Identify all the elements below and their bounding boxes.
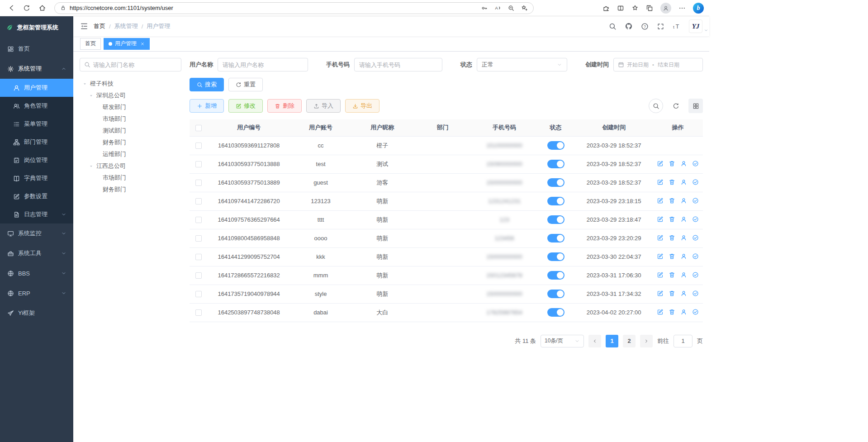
delete-icon[interactable] [669, 271, 675, 278]
reset-password-icon[interactable] [680, 216, 687, 223]
date-range-picker[interactable]: 开始日期 - 结束日期 [613, 58, 703, 71]
row-checkbox[interactable] [195, 161, 202, 167]
delete-icon[interactable] [669, 179, 675, 185]
assign-role-icon[interactable] [692, 309, 699, 315]
tree-expand-icon[interactable] [82, 81, 88, 86]
assign-role-icon[interactable] [692, 234, 699, 241]
row-checkbox[interactable] [195, 254, 202, 260]
edit-icon[interactable] [657, 253, 664, 260]
profile-avatar[interactable] [660, 3, 671, 14]
reset-password-icon[interactable] [680, 179, 687, 185]
reset-password-icon[interactable] [680, 253, 687, 260]
delete-icon[interactable] [669, 290, 675, 297]
sidebar-item-system-management[interactable]: 系统管理 [0, 59, 73, 79]
sidebar-item-log-management[interactable]: 日志管理 [0, 205, 73, 223]
github-icon[interactable] [625, 22, 633, 30]
reset-password-icon[interactable] [680, 160, 687, 167]
delete-icon[interactable] [669, 197, 675, 204]
page-number-1[interactable]: 1 [606, 335, 618, 347]
extensions-icon[interactable] [602, 5, 610, 12]
sidebar-item-home[interactable]: 首页 [0, 39, 73, 59]
status-toggle[interactable] [547, 197, 564, 205]
delete-button[interactable]: 删除 [267, 99, 302, 113]
refresh-button[interactable] [20, 1, 33, 15]
sidebar-item-bbs[interactable]: BBS [0, 263, 73, 283]
assign-role-icon[interactable] [692, 197, 699, 204]
reset-password-icon[interactable] [680, 309, 687, 315]
favorites-icon[interactable] [631, 5, 639, 12]
search-icon[interactable] [609, 23, 617, 30]
tab-home[interactable]: 首页 [80, 38, 101, 50]
back-button[interactable] [5, 1, 18, 15]
user-avatar[interactable]: YJ [689, 19, 702, 33]
prev-page-button[interactable] [588, 335, 601, 347]
edit-icon[interactable] [657, 197, 664, 204]
breadcrumb-item[interactable]: 系统管理 [114, 22, 138, 30]
split-screen-icon[interactable] [617, 5, 624, 12]
tree-node[interactable]: 江西总公司 [80, 160, 181, 172]
edit-icon[interactable] [657, 309, 664, 315]
tab-user-management[interactable]: 用户管理 [104, 38, 150, 50]
edit-icon[interactable] [657, 234, 664, 241]
tree-node[interactable]: 财务部门 [80, 184, 181, 195]
favorite-star-icon[interactable] [521, 5, 528, 11]
home-button[interactable] [35, 1, 49, 15]
sidebar-item-user-management[interactable]: 用户管理 [0, 79, 73, 97]
password-key-icon[interactable] [481, 5, 488, 11]
assign-role-icon[interactable] [692, 290, 699, 297]
search-button[interactable]: 搜索 [190, 78, 224, 91]
tree-node[interactable]: 市场部门 [80, 113, 181, 125]
row-checkbox[interactable] [195, 272, 202, 279]
tree-expand-icon[interactable] [89, 93, 94, 98]
delete-icon[interactable] [669, 234, 675, 241]
tree-node[interactable]: 测试部门 [80, 125, 181, 137]
bing-icon[interactable]: b [693, 3, 704, 14]
edit-icon[interactable] [657, 160, 664, 167]
sidebar-item-dept-management[interactable]: 部门管理 [0, 133, 73, 151]
tree-node[interactable]: 市场部门 [80, 172, 181, 184]
url-text[interactable]: https://ccnetcore.com:1101/system/user [70, 5, 173, 11]
zoom-out-icon[interactable] [508, 5, 514, 11]
status-toggle[interactable] [547, 271, 564, 280]
sidebar-item-menu-management[interactable]: 菜单管理 [0, 115, 73, 133]
row-checkbox[interactable] [195, 198, 202, 204]
fullscreen-icon[interactable] [657, 23, 664, 30]
assign-role-icon[interactable] [692, 160, 699, 167]
status-toggle[interactable] [547, 234, 564, 242]
row-checkbox[interactable] [195, 217, 202, 223]
row-checkbox[interactable] [195, 309, 202, 316]
reset-password-icon[interactable] [680, 234, 687, 241]
menu-fold-icon[interactable] [80, 22, 88, 30]
delete-icon[interactable] [669, 253, 675, 260]
edit-icon[interactable] [657, 179, 664, 185]
row-checkbox[interactable] [195, 235, 202, 242]
sidebar-item-post-management[interactable]: 岗位管理 [0, 151, 73, 169]
row-checkbox[interactable] [195, 291, 202, 297]
assign-role-icon[interactable] [692, 179, 699, 185]
sidebar-item-dict-management[interactable]: 字典管理 [0, 169, 73, 187]
table-refresh-button[interactable] [669, 99, 683, 113]
breadcrumb-item[interactable]: 首页 [94, 22, 105, 30]
sidebar-item-erp[interactable]: ERP [0, 283, 73, 303]
page-number-2[interactable]: 2 [623, 335, 636, 347]
table-search-button[interactable] [649, 99, 663, 113]
sidebar-item-system-monitor[interactable]: 系统监控 [0, 223, 73, 243]
font-size-icon[interactable]: tT [673, 22, 681, 30]
delete-icon[interactable] [669, 309, 675, 315]
status-toggle[interactable] [547, 141, 564, 150]
tree-node[interactable]: 橙子科技 [80, 78, 181, 90]
page-size-select[interactable]: 10条/页 [541, 335, 584, 347]
status-toggle[interactable] [547, 290, 564, 298]
goto-page-input[interactable] [674, 335, 693, 347]
more-menu-icon[interactable] [678, 5, 686, 12]
help-icon[interactable]: ? [641, 23, 649, 30]
reset-password-icon[interactable] [680, 290, 687, 297]
reset-password-icon[interactable] [680, 197, 687, 204]
tree-node[interactable]: 运维部门 [80, 148, 181, 160]
tree-node[interactable]: 深圳总公司 [80, 90, 181, 101]
column-settings-button[interactable] [688, 99, 703, 113]
username-input[interactable] [218, 58, 308, 71]
delete-icon[interactable] [669, 160, 675, 167]
tree-node[interactable]: 财务部门 [80, 137, 181, 148]
sidebar-item-role-management[interactable]: 角色管理 [0, 97, 73, 115]
